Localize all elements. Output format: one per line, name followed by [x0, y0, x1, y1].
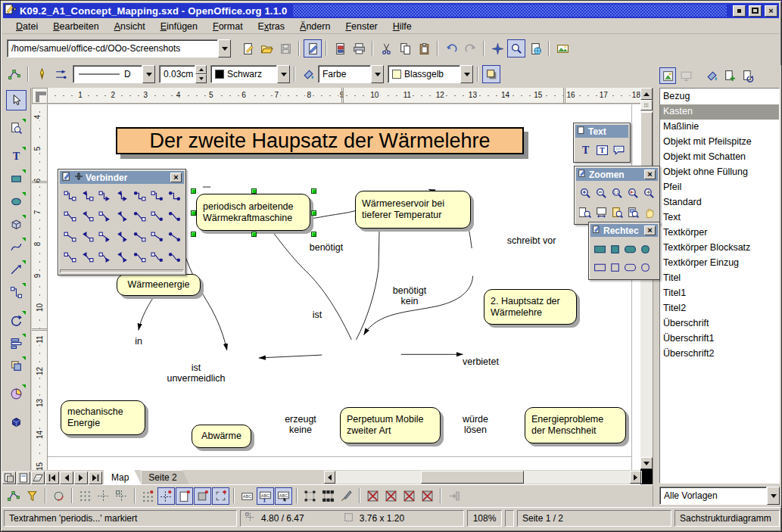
snap-lines-front-icon[interactable] [113, 487, 130, 505]
show-snap-lines-icon[interactable] [95, 487, 112, 505]
export-pdf-icon[interactable] [331, 39, 349, 58]
scroll-left-icon[interactable] [324, 471, 335, 484]
connector-tool[interactable] [6, 282, 26, 303]
menu-datei[interactable]: Datei [8, 20, 45, 33]
connector-type-icon-r3c2[interactable] [79, 229, 96, 245]
palette-resize-strip[interactable] [60, 269, 184, 273]
select-text-area-icon[interactable]: ABC [257, 487, 274, 505]
3d-object-tool[interactable] [6, 214, 26, 235]
selection-handle[interactable] [251, 232, 257, 237]
layer-mode-icon[interactable] [31, 471, 45, 484]
style-item-titel2[interactable]: Titel2 [660, 301, 779, 316]
node-hauptsatz[interactable]: 2. Hauptsatz derWärmelehre [484, 289, 577, 325]
width-down-button[interactable] [195, 74, 207, 83]
menu-hilfe[interactable]: Hilfe [385, 20, 419, 33]
paste-icon[interactable] [415, 39, 433, 58]
contour-placeholder-icon[interactable] [382, 487, 400, 505]
style-item--berschrift2[interactable]: Überschrift2 [660, 347, 779, 362]
connector-type-icon-r3c3[interactable] [97, 229, 114, 245]
rectangles-palette-titlebar[interactable]: Rechtec × [590, 224, 658, 237]
ellipse-tool[interactable] [6, 191, 26, 212]
drawing-canvas[interactable]: benötigtschreibt voristbenötigtkeininist… [48, 104, 640, 470]
prev-page-icon[interactable] [60, 471, 73, 484]
title-bar[interactable]: K09.2_A1_Concept_Mapping.sxd - OpenOffic… [3, 3, 779, 18]
style-item-kasten[interactable]: Kasten [660, 104, 779, 120]
page-mode-icon[interactable] [2, 471, 16, 484]
rounded-square-outline-icon[interactable] [637, 259, 653, 275]
next-page-icon[interactable] [74, 471, 88, 484]
new-style-icon[interactable] [721, 67, 738, 84]
navigator-icon[interactable] [488, 39, 506, 58]
panel-splitter[interactable] [653, 88, 657, 506]
rotation-mode-icon[interactable] [50, 487, 67, 505]
selection-handle[interactable] [311, 210, 316, 216]
line-color-combobox[interactable]: Schwarz [210, 65, 290, 83]
quick-edit-icon[interactable]: ABC [238, 487, 256, 505]
style-item-objekt-ohne-f-llung[interactable]: Objekt ohne Füllung [660, 165, 779, 180]
callout-icon[interactable] [610, 142, 627, 158]
edge-label-ist-unvermeidlich[interactable]: istunvermeidlich [165, 362, 226, 384]
line-arrow-tool[interactable] [6, 260, 26, 280]
connector-type-icon-r2c5[interactable] [132, 208, 148, 225]
cut-icon[interactable] [377, 39, 395, 58]
snap-to-object-points-icon[interactable] [212, 487, 229, 505]
rounded-rectangle-outline-icon[interactable] [622, 259, 638, 275]
style-item-textk-rper-einzug[interactable]: Textkörper Einzug [660, 256, 779, 271]
connector-type-icon-r2c7[interactable] [167, 208, 183, 225]
scroll-right-icon[interactable] [630, 471, 641, 484]
style-item-objekt-mit-pfeilspitze[interactable]: Objekt mit Pfeilspitze [660, 135, 779, 150]
zoom-optimal-icon[interactable] [609, 204, 626, 220]
edge-label-erzeugt-keine[interactable]: erzeugtkeine [283, 414, 318, 435]
text-icon[interactable]: T [577, 142, 594, 158]
style-item-textk-rper[interactable]: Textkörper [660, 226, 779, 241]
menu-fenster[interactable]: Fenster [338, 20, 385, 33]
last-page-icon[interactable] [89, 471, 102, 484]
menu-ndern[interactable]: Ändern [292, 20, 338, 33]
square-filled-icon[interactable] [606, 241, 623, 257]
minimize-button[interactable] [733, 5, 746, 17]
insert-tool[interactable] [6, 384, 26, 404]
fill-color-combobox[interactable]: Blassgelb [388, 65, 473, 83]
rotate-tool[interactable] [6, 310, 26, 331]
horizontal-scroll-thumb[interactable] [421, 471, 524, 484]
undo-icon[interactable] [442, 39, 460, 58]
connector-type-icon-r1c3[interactable] [97, 188, 114, 204]
arrange-tool[interactable] [6, 356, 26, 376]
arrow-style-icon[interactable] [51, 65, 70, 83]
style-item-ma-linie[interactable]: Maßlinie [660, 120, 779, 135]
connector-type-icon-r4c5[interactable] [132, 249, 148, 266]
connector-type-icon-r1c7[interactable] [167, 188, 183, 204]
menu-extras[interactable]: Extras [251, 20, 292, 33]
style-item-titel[interactable]: Titel [660, 271, 779, 286]
master-mode-icon[interactable] [17, 471, 30, 484]
line-color-dropdown-button[interactable] [277, 65, 290, 83]
edge-label-schreibt-vor[interactable]: schreibt vor [506, 235, 558, 246]
rectangle-tool[interactable] [6, 169, 26, 189]
simple-handles-icon[interactable] [301, 487, 319, 505]
connector-type-icon-r3c5[interactable] [132, 229, 148, 245]
shadow-icon[interactable] [482, 65, 500, 83]
connector-palette-titlebar[interactable]: Verbinder × [60, 171, 184, 184]
connector-type-icon-r4c4[interactable] [114, 249, 131, 266]
style-item-text[interactable]: Text [660, 210, 779, 226]
connector-type-icon-r1c4[interactable] [114, 188, 131, 204]
menu-format[interactable]: Format [205, 20, 251, 33]
alignment-tool[interactable] [6, 333, 26, 353]
connector-type-icon-r1c5[interactable] [132, 188, 148, 204]
node-maschine[interactable]: periodisch arbeitendeWärmekraftmaschine [196, 194, 310, 231]
edit-points-icon[interactable] [5, 487, 23, 505]
edge-label-wuerde-loesen[interactable]: würdelösen [461, 414, 490, 435]
rectangle-outline-icon[interactable] [591, 259, 608, 275]
line-width-stepper[interactable]: 0.03cm [159, 65, 207, 83]
connector-type-icon-r2c3[interactable] [97, 208, 114, 225]
node-perpetuum[interactable]: Perpetuum Mobilezweiter Art [340, 407, 441, 443]
connector-type-icon-r4c7[interactable] [167, 249, 183, 266]
edit-points-icon[interactable] [5, 65, 23, 83]
double-click-edit-icon[interactable]: ABC [275, 487, 292, 505]
connector-type-icon-r1c2[interactable] [79, 188, 96, 204]
selection-handle[interactable] [251, 188, 257, 194]
edge-label-benoetigt[interactable]: benötigt [308, 242, 344, 253]
connector-type-icon-r1c1[interactable] [62, 188, 79, 204]
first-page-icon[interactable] [45, 471, 59, 484]
selection-handle[interactable] [311, 232, 316, 237]
